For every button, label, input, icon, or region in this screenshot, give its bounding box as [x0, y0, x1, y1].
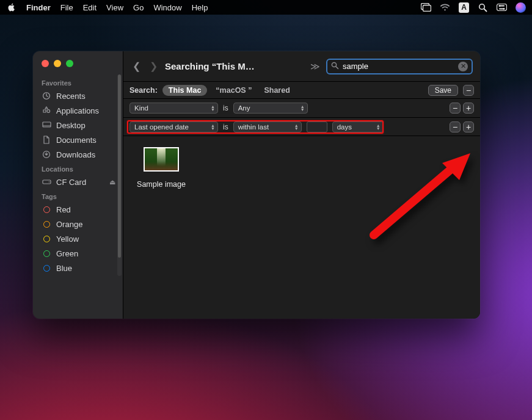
doc-icon	[42, 135, 51, 145]
clear-search-button[interactable]: ✕	[458, 62, 468, 71]
remove-criteria-button[interactable]: −	[450, 121, 461, 132]
sidebar-tag-orange[interactable]: Orange	[33, 217, 122, 231]
spotlight-icon[interactable]	[478, 2, 488, 13]
annotation-arrow	[368, 150, 478, 241]
chevron-updown-icon: ▲▼	[211, 105, 215, 111]
input-source-icon[interactable]: A	[459, 2, 469, 13]
sidebar-item-applications[interactable]: Applications	[33, 103, 122, 118]
toolbar-overflow-button[interactable]: ≫	[310, 61, 320, 72]
chevron-updown-icon: ▲▼	[376, 124, 381, 130]
minimize-button[interactable]	[54, 60, 61, 67]
sidebar-tag-red[interactable]: Red	[33, 202, 122, 217]
sidebar-heading-tags: Tags	[33, 189, 122, 202]
clock-icon	[42, 91, 51, 101]
toolbar: ❮ ❯ Searching “This M… ≫ ✕	[123, 51, 480, 82]
window-title: Searching “This M…	[165, 61, 255, 71]
scope-bar: Search: This Mac “macOS ” Shared Save −	[123, 82, 480, 99]
file-thumbnail	[144, 147, 179, 172]
search-field[interactable]: ✕	[326, 59, 473, 74]
add-criteria-button[interactable]: +	[463, 103, 474, 114]
siri-icon[interactable]	[516, 2, 526, 13]
sidebar-item-documents[interactable]: Documents	[33, 132, 122, 147]
sidebar-item-label: Applications	[56, 106, 99, 115]
criteria-value-popup[interactable]: within last ▲▼	[233, 121, 302, 132]
menu-help[interactable]: Help	[192, 3, 208, 12]
svg-point-14	[48, 181, 49, 183]
sidebar: Favorites Recents Applications Desktop D…	[33, 51, 123, 319]
scope-current-dir[interactable]: “macOS ”	[212, 85, 255, 96]
criteria-attr-popup[interactable]: Kind ▲▼	[129, 103, 218, 114]
criteria-row: Last opened date ▲▼ is within last ▲▼ da…	[123, 117, 480, 136]
control-center-icon[interactable]	[497, 2, 507, 13]
scope-this-mac[interactable]: This Mac	[162, 85, 208, 96]
sidebar-tag-yellow[interactable]: Yellow	[33, 231, 122, 246]
sidebar-tag-green[interactable]: Green	[33, 246, 122, 261]
criteria-value-popup[interactable]: Any ▲▼	[233, 103, 308, 114]
criteria-op: is	[223, 123, 228, 131]
nav-forward-button[interactable]: ❯	[148, 60, 159, 72]
wifi-icon[interactable]	[440, 2, 450, 13]
popup-value: Kind	[134, 104, 148, 112]
nav-back-button[interactable]: ❮	[131, 60, 142, 72]
file-item[interactable]: Sample image	[132, 147, 191, 189]
svg-rect-1	[423, 5, 431, 12]
svg-line-17	[374, 164, 457, 235]
sidebar-heading-locations: Locations	[33, 162, 122, 175]
svg-rect-10	[43, 122, 51, 127]
chevron-updown-icon: ▲▼	[294, 124, 299, 130]
menu-view[interactable]: View	[106, 3, 123, 12]
finder-window: Favorites Recents Applications Desktop D…	[33, 51, 480, 319]
remove-criteria-button[interactable]: −	[450, 103, 461, 114]
apple-menu[interactable]	[6, 2, 16, 13]
criteria-unit-popup[interactable]: days ▲▼	[332, 121, 384, 132]
tag-dot-icon	[42, 248, 51, 258]
sidebar-item-label: Blue	[56, 264, 72, 273]
svg-marker-18	[442, 153, 470, 180]
popup-value: within last	[238, 123, 269, 131]
remove-scope-button[interactable]: −	[463, 85, 474, 96]
save-search-button[interactable]: Save	[428, 85, 458, 96]
criteria-attr-popup[interactable]: Last opened date ▲▼	[129, 121, 218, 132]
menu-file[interactable]: File	[60, 3, 73, 12]
screen-mirroring-icon[interactable]	[421, 2, 431, 13]
sidebar-item-cfcard[interactable]: CF Card ⏏	[33, 175, 122, 189]
criteria-number-input[interactable]	[307, 121, 327, 132]
sidebar-item-recents[interactable]: Recents	[33, 89, 122, 103]
search-icon	[331, 62, 339, 71]
criteria-row: Kind ▲▼ is Any ▲▼ − +	[123, 99, 480, 117]
menu-edit[interactable]: Edit	[83, 3, 97, 12]
tag-dot-icon	[42, 205, 51, 214]
sidebar-scrollbar[interactable]	[117, 74, 122, 276]
downloads-icon	[42, 150, 51, 159]
eject-icon[interactable]: ⏏	[109, 178, 115, 186]
add-criteria-button[interactable]: +	[463, 121, 474, 132]
chevron-updown-icon: ▲▼	[211, 124, 215, 130]
svg-rect-6	[500, 5, 505, 7]
drive-icon	[42, 177, 51, 187]
popup-value: Any	[238, 104, 250, 112]
sidebar-item-label: Documents	[56, 136, 97, 145]
apps-icon	[42, 106, 51, 115]
sidebar-tag-blue[interactable]: Blue	[33, 261, 122, 275]
zoom-button[interactable]	[66, 60, 73, 67]
sidebar-item-downloads[interactable]: Downloads	[33, 147, 122, 162]
menu-window[interactable]: Window	[153, 3, 181, 12]
sidebar-item-desktop[interactable]: Desktop	[33, 118, 122, 132]
sidebar-item-label: Red	[56, 205, 71, 214]
sidebar-item-label: Orange	[56, 220, 82, 229]
content-area: ❮ ❯ Searching “This M… ≫ ✕ Search: This …	[123, 51, 480, 319]
close-button[interactable]	[42, 60, 49, 67]
menu-go[interactable]: Go	[133, 3, 144, 12]
sidebar-item-label: Recents	[56, 92, 86, 101]
scope-shared[interactable]: Shared	[260, 85, 293, 96]
menu-bar: Finder File Edit View Go Window Help A	[0, 0, 532, 15]
sidebar-item-label: Yellow	[56, 234, 79, 244]
criteria-op: is	[223, 104, 228, 112]
window-controls	[33, 57, 122, 76]
app-name[interactable]: Finder	[26, 3, 51, 12]
search-input[interactable]	[343, 62, 454, 71]
results-grid: Sample image	[123, 136, 480, 319]
svg-rect-4	[497, 4, 507, 11]
svg-rect-8	[499, 9, 504, 10]
tag-dot-icon	[42, 219, 51, 229]
